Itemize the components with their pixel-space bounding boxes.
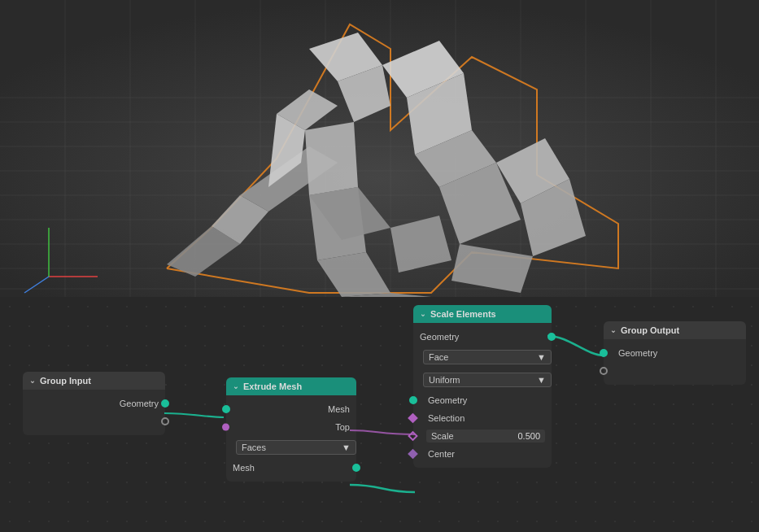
top-label: Top (233, 422, 350, 432)
scale-input-socket[interactable] (408, 431, 418, 442)
selection-label: Selection (420, 413, 545, 423)
chevron-icon: ⌄ (610, 326, 617, 334)
group-input-geometry-row: Geometry (23, 395, 165, 412)
geometry-label: Geometry (29, 399, 159, 408)
face-dropdown[interactable]: Face ▼ (423, 350, 552, 364)
scale-input-scale: Scale 0.500 (413, 427, 552, 445)
group-input-extra-row (23, 412, 165, 430)
node-editor[interactable]: ⌄ Group Input Geometry ⌄ Extrude Mesh Me… (0, 297, 759, 532)
group-input-title: Group Input (40, 376, 91, 386)
face-dropdown-wrapper[interactable]: Face ▼ (413, 346, 552, 368)
mesh-output-label: Mesh (233, 463, 350, 473)
geometry-input-socket[interactable] (600, 349, 608, 357)
geometry-output-label: Geometry (420, 332, 545, 342)
scale-elements-header: ⌄ Scale Elements (413, 305, 552, 323)
chevron-icon: ⌄ (233, 382, 239, 390)
extrude-mesh-title: Extrude Mesh (243, 382, 302, 391)
extrude-mesh-node: ⌄ Extrude Mesh Mesh Top Faces ▼ Me (226, 377, 356, 482)
chevron-icon: ⌄ (29, 377, 36, 385)
scale-input-geometry: Geometry (413, 391, 552, 409)
face-label: Face (429, 352, 448, 362)
extrude-mesh-header: ⌄ Extrude Mesh (226, 377, 356, 395)
group-input-node: ⌄ Group Input Geometry (23, 372, 165, 435)
top-input-socket[interactable] (220, 422, 231, 433)
scale-elements-title: Scale Elements (430, 309, 496, 319)
faces-dropdown[interactable]: Faces ▼ (236, 440, 356, 455)
geometry-input-label: Geometry (420, 395, 545, 405)
mesh-label: Mesh (233, 404, 350, 414)
svg-rect-0 (0, 0, 759, 297)
scale-input-selection: Selection (413, 409, 552, 427)
mesh-output-socket[interactable] (352, 464, 360, 472)
extra-input-socket[interactable] (600, 367, 608, 375)
3d-viewport[interactable] (0, 0, 759, 297)
group-output-header: ⌄ Group Output (604, 321, 746, 339)
geometry-label: Geometry (610, 348, 739, 358)
faces-dropdown-wrapper[interactable]: Faces ▼ (226, 436, 356, 459)
scale-elements-node: ⌄ Scale Elements Geometry Face ▼ Uniform… (413, 305, 552, 468)
selection-input-socket[interactable] (408, 413, 418, 424)
geometry-input-socket[interactable] (409, 396, 417, 404)
uniform-dropdown-wrapper[interactable]: Uniform ▼ (413, 368, 552, 391)
dropdown-arrow: ▼ (537, 352, 546, 362)
dropdown-arrow: ▼ (537, 375, 546, 385)
scale-value: 0.500 (517, 431, 540, 441)
center-label: Center (420, 449, 545, 459)
extrude-mesh-input-top: Top (226, 418, 356, 436)
faces-label: Faces (242, 443, 266, 452)
uniform-label: Uniform (429, 375, 460, 385)
scale-value-display[interactable]: Scale 0.500 (426, 430, 545, 443)
extrude-mesh-input-mesh: Mesh (226, 400, 356, 418)
extrude-mesh-output-mesh: Mesh (226, 459, 356, 477)
group-output-extra-row (604, 362, 746, 380)
geometry-output-socket[interactable] (161, 399, 169, 408)
scale-output-geometry: Geometry (413, 328, 552, 346)
geometry-output-socket[interactable] (547, 333, 556, 341)
svg-marker-31 (305, 122, 358, 195)
uniform-dropdown[interactable]: Uniform ▼ (423, 373, 552, 387)
group-output-title: Group Output (621, 325, 679, 335)
mesh-input-socket[interactable] (222, 405, 230, 413)
group-output-geometry-row: Geometry (604, 344, 746, 362)
group-output-node: ⌄ Group Output Geometry (604, 321, 746, 385)
center-input-socket[interactable] (408, 449, 418, 460)
scale-label: Scale (431, 431, 517, 441)
extra-output-socket[interactable] (161, 417, 169, 425)
group-input-header: ⌄ Group Input (23, 372, 165, 390)
chevron-icon: ⌄ (420, 310, 426, 318)
dropdown-arrow: ▼ (342, 443, 351, 452)
scale-input-center: Center (413, 445, 552, 463)
